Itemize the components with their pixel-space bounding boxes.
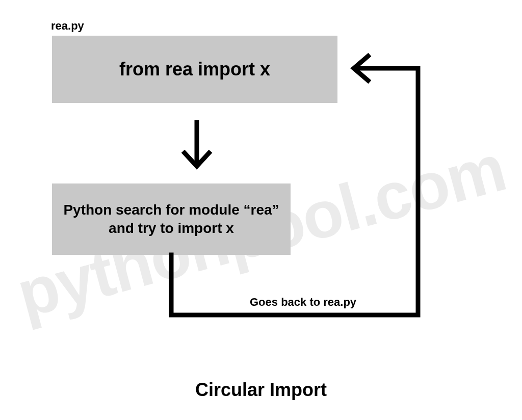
arrow-down-icon bbox=[185, 122, 209, 166]
arrow-loop-icon bbox=[171, 56, 418, 315]
arrows-layer bbox=[0, 0, 522, 420]
